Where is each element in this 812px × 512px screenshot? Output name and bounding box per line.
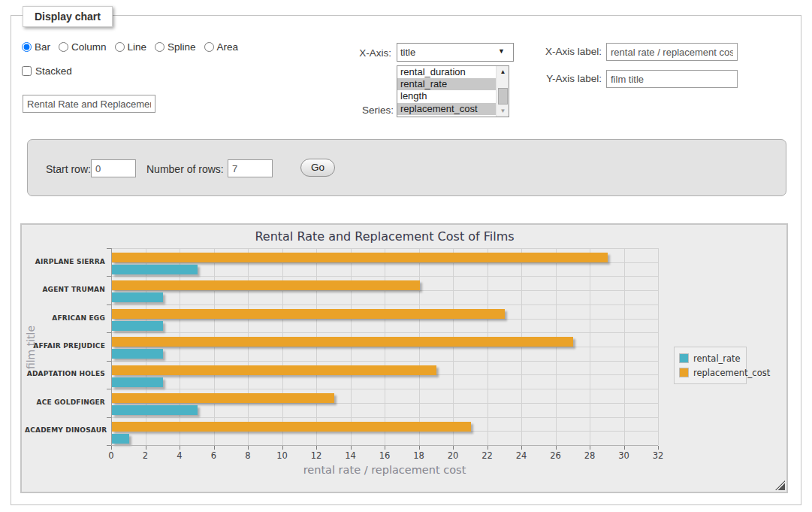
chart-type-option-spline[interactable]: Spline [155, 41, 196, 53]
scrollbar-thumb[interactable] [498, 88, 508, 105]
chart-type-option-label: Column [71, 41, 107, 53]
x-axis-line [111, 445, 658, 446]
legend-item-rental_rate: rental_rate [679, 351, 741, 365]
series-option-length[interactable]: length [397, 90, 509, 102]
scroll-up-icon[interactable]: ▲ [497, 66, 509, 77]
gridline [658, 248, 659, 445]
legend-swatch [679, 368, 689, 377]
x-axis-select[interactable]: title [397, 43, 514, 62]
bar-rental_rate [112, 405, 198, 415]
chart-title-input[interactable] [23, 95, 155, 113]
stacked-checkbox[interactable] [22, 66, 32, 76]
gridline [111, 276, 658, 277]
x-tick-label: 24 [510, 450, 533, 461]
chart-type-option-bar[interactable]: Bar [22, 41, 50, 53]
chart-container: Rental Rate and Replacement Cost of Film… [20, 223, 788, 493]
x-tick-label: 22 [476, 450, 499, 461]
x-tick [658, 446, 659, 450]
bar-rental_rate [112, 292, 163, 302]
resize-handle-icon[interactable] [775, 480, 785, 490]
gridline [111, 248, 658, 249]
x-tick-label: 2 [134, 450, 157, 461]
bar-replacement_cost [112, 422, 471, 432]
gridline [111, 417, 658, 418]
category-label: ACE GOLDFINGER [25, 398, 105, 406]
x-tick-label: 12 [305, 450, 328, 461]
x-tick-label: 6 [203, 450, 225, 461]
chart-legend: rental_ratereplacement_cost [674, 347, 747, 384]
category-label: AIRPLANE SIERRA [25, 258, 105, 265]
start-row-label: Start row: [46, 163, 91, 175]
legend-item-replacement_cost: replacement_cost [679, 365, 741, 380]
chart-title: Rental Rate and Replacement Cost of Film… [111, 229, 658, 244]
x-tick-label: 10 [271, 450, 294, 461]
bar-rental_rate [112, 321, 163, 331]
x-tick-label: 26 [545, 450, 567, 461]
x-tick-label: 0 [100, 450, 122, 461]
category-label: AFRICAN EGG [25, 314, 105, 322]
x-tick [453, 446, 454, 450]
series-listbox[interactable]: rental_durationrental_ratelengthreplacem… [397, 65, 509, 117]
y-axis-line [111, 248, 112, 446]
row-range-panel: Start row: Number of rows: Go [27, 139, 786, 196]
x-tick-label: 14 [340, 450, 362, 461]
chart-type-option-label: Area [217, 41, 239, 53]
go-button[interactable]: Go [300, 159, 335, 177]
x-tick-label: 4 [168, 450, 191, 461]
x-tick [180, 446, 180, 450]
plot-area: AIRPLANE SIERRAAGENT TRUMANAFRICAN EGGAF… [111, 248, 658, 445]
chart-type-radio[interactable] [22, 42, 32, 52]
x-tick [488, 446, 488, 450]
x-tick [590, 446, 590, 450]
chart-type-option-label: Line [128, 41, 147, 53]
bar-rental_rate [112, 377, 163, 387]
chart-type-option-line[interactable]: Line [115, 41, 147, 53]
series-listbox-options: rental_durationrental_ratelengthreplacem… [397, 66, 509, 115]
chart-type-radio[interactable] [59, 42, 68, 52]
x-tick [351, 446, 352, 450]
bar-rental_rate [112, 434, 129, 444]
bar-replacement_cost [112, 365, 436, 375]
x-tick [111, 446, 112, 450]
x-axis-label: X-Axis: [315, 47, 391, 59]
series-label: Series: [315, 105, 394, 116]
series-scrollbar[interactable]: ▲ ▼ [496, 66, 509, 117]
series-option-rental_duration[interactable]: rental_duration [397, 66, 509, 78]
chart-type-option-area[interactable]: Area [204, 41, 239, 53]
y-axis-title: film title [25, 310, 37, 385]
stacked-option[interactable]: Stacked [22, 65, 72, 77]
x-axis-label-label: X-Axis label: [533, 46, 602, 57]
x-tick-label: 16 [373, 450, 396, 461]
x-tick [419, 446, 420, 450]
bar-replacement_cost [112, 393, 334, 403]
chart-type-radio[interactable] [115, 42, 125, 52]
x-tick [556, 446, 557, 450]
category-label: ADAPTATION HOLES [25, 370, 105, 377]
x-axis-label-input[interactable] [606, 43, 738, 61]
scroll-down-icon[interactable]: ▼ [497, 105, 509, 117]
y-axis-label-input[interactable] [606, 70, 738, 88]
x-tick [282, 446, 283, 450]
x-tick [146, 446, 146, 450]
legend-swatch [679, 353, 689, 363]
bar-replacement_cost [112, 253, 608, 262]
start-row-input[interactable] [91, 159, 136, 177]
chart-type-option-label: Bar [35, 41, 50, 53]
category-label: AGENT TRUMAN [25, 286, 105, 293]
series-option-replacement_cost[interactable]: replacement_cost [397, 103, 509, 115]
x-tick [385, 446, 385, 450]
stacked-label: Stacked [35, 65, 72, 77]
x-tick [248, 446, 249, 450]
bar-replacement_cost [112, 309, 505, 319]
number-of-rows-input[interactable] [228, 159, 273, 177]
chart-type-radio[interactable] [155, 42, 165, 52]
x-tick [316, 446, 317, 450]
chart-type-option-column[interactable]: Column [59, 41, 107, 53]
series-option-rental_rate[interactable]: rental_rate [397, 78, 509, 90]
x-tick [214, 446, 215, 450]
chart-type-radio[interactable] [204, 42, 214, 52]
category-label: ACADEMY DINOSAUR [25, 426, 105, 434]
gridline [111, 361, 658, 362]
chart-type-option-label: Spline [168, 41, 196, 53]
bar-rental_rate [112, 349, 163, 359]
